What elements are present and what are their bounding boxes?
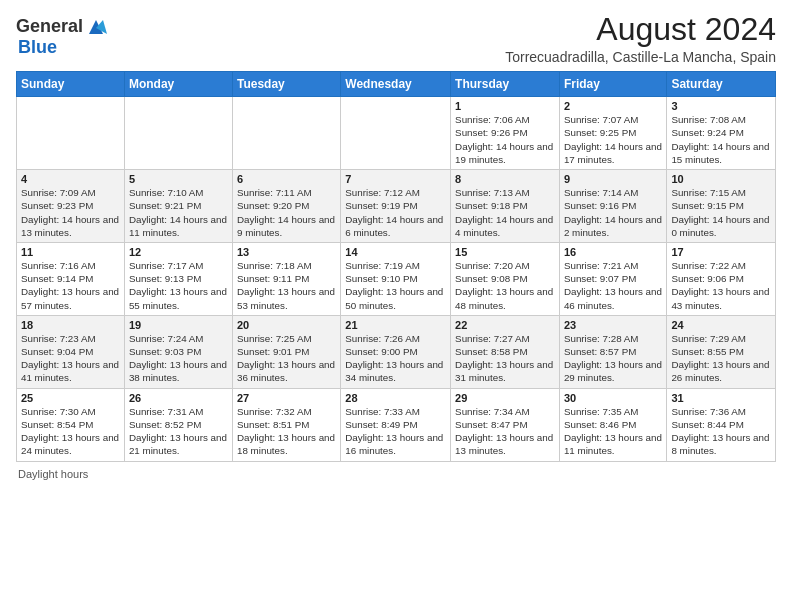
day-number: 19 bbox=[129, 319, 228, 331]
calendar-cell: 2Sunrise: 7:07 AM Sunset: 9:25 PM Daylig… bbox=[559, 97, 666, 170]
calendar-cell: 18Sunrise: 7:23 AM Sunset: 9:04 PM Dayli… bbox=[17, 315, 125, 388]
day-info: Sunrise: 7:20 AM Sunset: 9:08 PM Dayligh… bbox=[455, 259, 555, 312]
calendar-cell: 17Sunrise: 7:22 AM Sunset: 9:06 PM Dayli… bbox=[667, 242, 776, 315]
day-number: 24 bbox=[671, 319, 771, 331]
day-number: 11 bbox=[21, 246, 120, 258]
day-info: Sunrise: 7:31 AM Sunset: 8:52 PM Dayligh… bbox=[129, 405, 228, 458]
day-info: Sunrise: 7:12 AM Sunset: 9:19 PM Dayligh… bbox=[345, 186, 446, 239]
calendar-cell: 3Sunrise: 7:08 AM Sunset: 9:24 PM Daylig… bbox=[667, 97, 776, 170]
calendar-cell: 21Sunrise: 7:26 AM Sunset: 9:00 PM Dayli… bbox=[341, 315, 451, 388]
day-number: 3 bbox=[671, 100, 771, 112]
calendar-cell: 24Sunrise: 7:29 AM Sunset: 8:55 PM Dayli… bbox=[667, 315, 776, 388]
day-info: Sunrise: 7:25 AM Sunset: 9:01 PM Dayligh… bbox=[237, 332, 336, 385]
day-info: Sunrise: 7:26 AM Sunset: 9:00 PM Dayligh… bbox=[345, 332, 446, 385]
day-number: 7 bbox=[345, 173, 446, 185]
logo-icon bbox=[85, 16, 107, 38]
day-header-friday: Friday bbox=[559, 72, 666, 97]
calendar-header-row: SundayMondayTuesdayWednesdayThursdayFrid… bbox=[17, 72, 776, 97]
day-number: 26 bbox=[129, 392, 228, 404]
week-row-2: 4Sunrise: 7:09 AM Sunset: 9:23 PM Daylig… bbox=[17, 170, 776, 243]
day-number: 29 bbox=[455, 392, 555, 404]
day-number: 30 bbox=[564, 392, 662, 404]
calendar-cell: 22Sunrise: 7:27 AM Sunset: 8:58 PM Dayli… bbox=[451, 315, 560, 388]
day-number: 27 bbox=[237, 392, 336, 404]
calendar-cell: 20Sunrise: 7:25 AM Sunset: 9:01 PM Dayli… bbox=[232, 315, 340, 388]
calendar: SundayMondayTuesdayWednesdayThursdayFrid… bbox=[16, 71, 776, 461]
day-number: 16 bbox=[564, 246, 662, 258]
day-number: 2 bbox=[564, 100, 662, 112]
day-info: Sunrise: 7:32 AM Sunset: 8:51 PM Dayligh… bbox=[237, 405, 336, 458]
calendar-cell: 28Sunrise: 7:33 AM Sunset: 8:49 PM Dayli… bbox=[341, 388, 451, 461]
calendar-cell: 16Sunrise: 7:21 AM Sunset: 9:07 PM Dayli… bbox=[559, 242, 666, 315]
day-number: 20 bbox=[237, 319, 336, 331]
week-row-4: 18Sunrise: 7:23 AM Sunset: 9:04 PM Dayli… bbox=[17, 315, 776, 388]
calendar-cell: 13Sunrise: 7:18 AM Sunset: 9:11 PM Dayli… bbox=[232, 242, 340, 315]
calendar-cell: 1Sunrise: 7:06 AM Sunset: 9:26 PM Daylig… bbox=[451, 97, 560, 170]
day-number: 22 bbox=[455, 319, 555, 331]
title-block: August 2024 Torrecuadradilla, Castille-L… bbox=[505, 12, 776, 65]
calendar-cell: 26Sunrise: 7:31 AM Sunset: 8:52 PM Dayli… bbox=[124, 388, 232, 461]
day-info: Sunrise: 7:07 AM Sunset: 9:25 PM Dayligh… bbox=[564, 113, 662, 166]
day-header-thursday: Thursday bbox=[451, 72, 560, 97]
daylight-label: Daylight hours bbox=[18, 468, 88, 480]
day-number: 9 bbox=[564, 173, 662, 185]
calendar-cell: 6Sunrise: 7:11 AM Sunset: 9:20 PM Daylig… bbox=[232, 170, 340, 243]
calendar-cell bbox=[232, 97, 340, 170]
day-info: Sunrise: 7:36 AM Sunset: 8:44 PM Dayligh… bbox=[671, 405, 771, 458]
logo-blue-text: Blue bbox=[18, 38, 107, 58]
day-number: 10 bbox=[671, 173, 771, 185]
day-info: Sunrise: 7:30 AM Sunset: 8:54 PM Dayligh… bbox=[21, 405, 120, 458]
day-number: 5 bbox=[129, 173, 228, 185]
day-info: Sunrise: 7:27 AM Sunset: 8:58 PM Dayligh… bbox=[455, 332, 555, 385]
day-info: Sunrise: 7:11 AM Sunset: 9:20 PM Dayligh… bbox=[237, 186, 336, 239]
calendar-cell: 7Sunrise: 7:12 AM Sunset: 9:19 PM Daylig… bbox=[341, 170, 451, 243]
day-number: 4 bbox=[21, 173, 120, 185]
day-info: Sunrise: 7:28 AM Sunset: 8:57 PM Dayligh… bbox=[564, 332, 662, 385]
calendar-cell: 8Sunrise: 7:13 AM Sunset: 9:18 PM Daylig… bbox=[451, 170, 560, 243]
calendar-cell: 4Sunrise: 7:09 AM Sunset: 9:23 PM Daylig… bbox=[17, 170, 125, 243]
day-info: Sunrise: 7:09 AM Sunset: 9:23 PM Dayligh… bbox=[21, 186, 120, 239]
week-row-3: 11Sunrise: 7:16 AM Sunset: 9:14 PM Dayli… bbox=[17, 242, 776, 315]
day-info: Sunrise: 7:10 AM Sunset: 9:21 PM Dayligh… bbox=[129, 186, 228, 239]
calendar-cell bbox=[341, 97, 451, 170]
day-info: Sunrise: 7:23 AM Sunset: 9:04 PM Dayligh… bbox=[21, 332, 120, 385]
day-number: 21 bbox=[345, 319, 446, 331]
calendar-cell: 30Sunrise: 7:35 AM Sunset: 8:46 PM Dayli… bbox=[559, 388, 666, 461]
day-info: Sunrise: 7:21 AM Sunset: 9:07 PM Dayligh… bbox=[564, 259, 662, 312]
calendar-cell: 19Sunrise: 7:24 AM Sunset: 9:03 PM Dayli… bbox=[124, 315, 232, 388]
day-number: 14 bbox=[345, 246, 446, 258]
calendar-cell: 27Sunrise: 7:32 AM Sunset: 8:51 PM Dayli… bbox=[232, 388, 340, 461]
day-info: Sunrise: 7:08 AM Sunset: 9:24 PM Dayligh… bbox=[671, 113, 771, 166]
week-row-5: 25Sunrise: 7:30 AM Sunset: 8:54 PM Dayli… bbox=[17, 388, 776, 461]
day-header-wednesday: Wednesday bbox=[341, 72, 451, 97]
day-info: Sunrise: 7:34 AM Sunset: 8:47 PM Dayligh… bbox=[455, 405, 555, 458]
day-number: 8 bbox=[455, 173, 555, 185]
day-number: 28 bbox=[345, 392, 446, 404]
day-info: Sunrise: 7:33 AM Sunset: 8:49 PM Dayligh… bbox=[345, 405, 446, 458]
week-row-1: 1Sunrise: 7:06 AM Sunset: 9:26 PM Daylig… bbox=[17, 97, 776, 170]
day-info: Sunrise: 7:24 AM Sunset: 9:03 PM Dayligh… bbox=[129, 332, 228, 385]
day-number: 17 bbox=[671, 246, 771, 258]
day-info: Sunrise: 7:06 AM Sunset: 9:26 PM Dayligh… bbox=[455, 113, 555, 166]
day-number: 1 bbox=[455, 100, 555, 112]
day-header-tuesday: Tuesday bbox=[232, 72, 340, 97]
day-number: 23 bbox=[564, 319, 662, 331]
day-info: Sunrise: 7:19 AM Sunset: 9:10 PM Dayligh… bbox=[345, 259, 446, 312]
day-header-monday: Monday bbox=[124, 72, 232, 97]
calendar-cell: 12Sunrise: 7:17 AM Sunset: 9:13 PM Dayli… bbox=[124, 242, 232, 315]
calendar-cell: 14Sunrise: 7:19 AM Sunset: 9:10 PM Dayli… bbox=[341, 242, 451, 315]
day-header-sunday: Sunday bbox=[17, 72, 125, 97]
calendar-cell: 5Sunrise: 7:10 AM Sunset: 9:21 PM Daylig… bbox=[124, 170, 232, 243]
day-number: 25 bbox=[21, 392, 120, 404]
logo: General Blue bbox=[16, 16, 107, 58]
calendar-cell: 15Sunrise: 7:20 AM Sunset: 9:08 PM Dayli… bbox=[451, 242, 560, 315]
day-number: 12 bbox=[129, 246, 228, 258]
footer: Daylight hours bbox=[16, 468, 776, 480]
day-info: Sunrise: 7:17 AM Sunset: 9:13 PM Dayligh… bbox=[129, 259, 228, 312]
page: General Blue August 2024 Torrecuadradill… bbox=[0, 0, 792, 488]
day-number: 31 bbox=[671, 392, 771, 404]
day-info: Sunrise: 7:29 AM Sunset: 8:55 PM Dayligh… bbox=[671, 332, 771, 385]
day-number: 13 bbox=[237, 246, 336, 258]
calendar-cell: 10Sunrise: 7:15 AM Sunset: 9:15 PM Dayli… bbox=[667, 170, 776, 243]
day-number: 6 bbox=[237, 173, 336, 185]
